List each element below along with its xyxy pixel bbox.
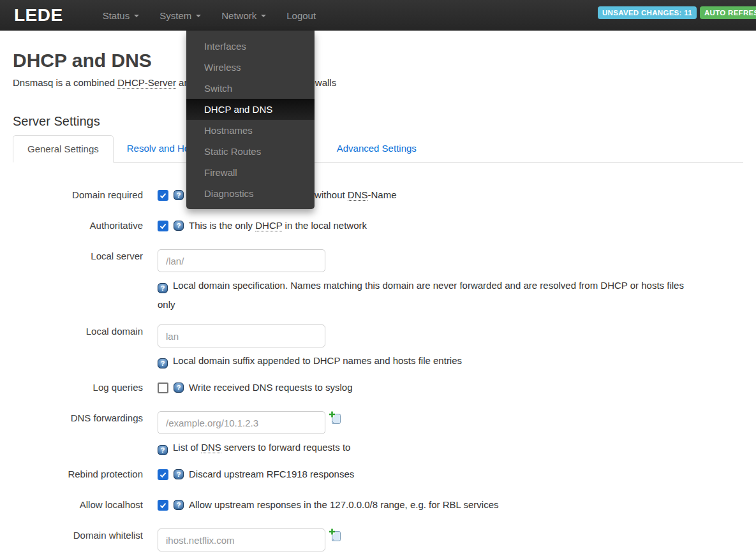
help-icon: ? <box>174 221 184 231</box>
form-row-domain-whitelist: Domain whitelist <box>13 528 743 551</box>
help-icon: ? <box>174 190 184 200</box>
log-queries-checkbox[interactable] <box>158 383 168 393</box>
form-row-local-server: Local server?Local domain specification.… <box>13 249 743 314</box>
abbr-term: DHCP <box>255 220 282 231</box>
chevron-down-icon <box>134 15 139 17</box>
help-icon: ? <box>174 383 184 393</box>
field-allow-localhost: ?Allow upstream responses in the 127.0.0… <box>158 498 499 512</box>
menu-item-hostnames[interactable]: Hostnames <box>186 120 315 141</box>
text-segment: servers to forward requests to <box>221 442 351 453</box>
field-authoritative: ?This is the only DHCP in the local netw… <box>158 219 367 233</box>
network-dropdown-menu: InterfacesWirelessSwitchDHCP and DNSHost… <box>186 31 315 209</box>
text-segment: Local domain specification. Names matchi… <box>158 280 684 310</box>
chevron-down-icon <box>261 15 266 17</box>
menu-item-interfaces[interactable]: Interfaces <box>186 36 315 57</box>
domain-whitelist-input[interactable] <box>158 528 325 551</box>
nav-item-status[interactable]: Status <box>93 0 150 31</box>
help-icon: ? <box>158 283 168 293</box>
nav-item-network[interactable]: Network <box>211 0 276 31</box>
rebind-protection-checkbox[interactable] <box>158 469 168 480</box>
menu-item-static-routes[interactable]: Static Routes <box>186 141 315 162</box>
page-title: DHCP and DNS <box>13 50 743 71</box>
add-entry-button[interactable] <box>329 528 341 544</box>
add-entry-button[interactable] <box>329 411 341 427</box>
status-badges: UNSAVED CHANGES: 11AUTO REFRESH ON <box>598 6 756 19</box>
form-row-rebind-protection: Rebind protection?Discard upstream RFC19… <box>13 467 743 481</box>
field-domain-whitelist <box>158 528 341 551</box>
menu-item-diagnostics[interactable]: Diagnostics <box>186 183 315 204</box>
field-description: ?List of DNS servers to forward requests… <box>158 438 350 457</box>
text-segment: -Name <box>367 189 396 200</box>
chevron-down-icon <box>196 15 201 17</box>
page-content: DHCP and DNS Dnsmasq is a combined DHCP-… <box>0 50 756 551</box>
local-server-input[interactable] <box>158 249 325 272</box>
field-description: Write received DNS requests to syslog <box>189 381 353 395</box>
text-segment: List of <box>173 442 201 453</box>
main-menu: StatusSystemNetworkLogout <box>93 0 326 31</box>
field-label-local-server: Local server <box>13 249 158 263</box>
nav-item-system[interactable]: System <box>149 0 211 31</box>
field-description: ?Local domain suffix appended to DHCP na… <box>158 351 462 370</box>
field-log-queries: ?Write received DNS requests to syslog <box>158 381 353 395</box>
settings-form: Domain required?Don't forward DNS-Reques… <box>13 188 743 551</box>
help-icon: ? <box>158 358 168 368</box>
text-segment: in the local network <box>282 220 367 231</box>
nav-item-logout[interactable]: Logout <box>276 0 326 31</box>
field-description: Discard upstream RFC1918 responses <box>189 467 354 481</box>
form-row-authoritative: Authoritative?This is the only DHCP in t… <box>13 219 743 233</box>
abbr-term: DNS <box>201 442 221 453</box>
brand-logo[interactable]: LEDE <box>0 5 76 26</box>
nav-item-label: System <box>159 10 191 21</box>
form-row-log-queries: Log queries?Write received DNS requests … <box>13 381 743 395</box>
menu-item-wireless[interactable]: Wireless <box>186 57 315 78</box>
field-local-domain: ?Local domain suffix appended to DHCP na… <box>158 324 462 370</box>
text-segment: Dnsmasq is a combined <box>13 77 117 88</box>
field-label-local-domain: Local domain <box>13 324 158 339</box>
abbr-term: DHCP-Server <box>117 77 176 89</box>
section-title: Server Settings <box>13 114 743 129</box>
help-icon: ? <box>158 445 168 455</box>
field-description: ?Local domain specification. Names match… <box>158 276 704 314</box>
field-dns-forwardings: ?List of DNS servers to forward requests… <box>158 411 350 457</box>
field-label-allow-localhost: Allow localhost <box>13 498 158 512</box>
auto-refresh-badge: AUTO REFRESH ON <box>700 6 756 19</box>
nav-item-label: Logout <box>286 10 316 21</box>
unsaved-changes-badge: UNSAVED CHANGES: 11 <box>598 6 697 19</box>
field-description: This is the only DHCP in the local netwo… <box>189 219 367 233</box>
menu-item-dhcp-and-dns[interactable]: DHCP and DNS <box>186 99 315 120</box>
menu-item-firewall[interactable]: Firewall <box>186 162 315 183</box>
page-subtitle: Dnsmasq is a combined DHCP-Server and DN… <box>13 77 743 89</box>
local-domain-input[interactable] <box>158 324 325 347</box>
field-label-domain-required: Domain required <box>13 188 158 202</box>
text-segment: This is the only <box>189 220 255 231</box>
menu-item-switch[interactable]: Switch <box>186 78 315 99</box>
help-icon: ? <box>174 500 184 510</box>
help-icon: ? <box>174 469 184 479</box>
field-label-domain-whitelist: Domain whitelist <box>13 528 158 543</box>
tab-general-settings[interactable]: General Settings <box>13 135 114 163</box>
field-label-dns-forwardings: DNS forwardings <box>13 411 158 425</box>
text-segment: Local domain suffix appended to DHCP nam… <box>173 355 462 366</box>
text-segment: Write received DNS requests to syslog <box>189 382 353 393</box>
allow-localhost-checkbox[interactable] <box>158 500 168 511</box>
form-row-domain-required: Domain required?Don't forward DNS-Reques… <box>13 188 743 202</box>
field-label-authoritative: Authoritative <box>13 219 158 233</box>
abbr-term: DNS <box>348 189 368 201</box>
form-row-dns-forwardings: DNS forwardings?List of DNS servers to f… <box>13 411 743 457</box>
form-row-allow-localhost: Allow localhost?Allow upstream responses… <box>13 498 743 512</box>
field-local-server: ?Local domain specification. Names match… <box>158 249 704 314</box>
field-label-rebind-protection: Rebind protection <box>13 467 158 481</box>
authoritative-checkbox[interactable] <box>158 221 168 231</box>
nav-item-label: Network <box>221 10 256 21</box>
top-navbar: LEDE StatusSystemNetworkLogout UNSAVED C… <box>0 0 756 31</box>
tab-advanced-settings[interactable]: Advanced Settings <box>325 135 429 163</box>
field-description: Allow upstream responses in the 127.0.0.… <box>189 498 499 512</box>
domain-required-checkbox[interactable] <box>158 190 168 201</box>
settings-tabs: General SettingsResolv and Hosts FilesTF… <box>13 135 743 163</box>
field-label-log-queries: Log queries <box>13 381 158 395</box>
field-rebind-protection: ?Discard upstream RFC1918 responses <box>158 467 354 481</box>
nav-item-label: Status <box>103 10 130 21</box>
text-segment: Discard upstream RFC1918 responses <box>189 469 354 479</box>
dns-forwardings-input[interactable] <box>158 411 325 434</box>
form-row-local-domain: Local domain?Local domain suffix appende… <box>13 324 743 370</box>
